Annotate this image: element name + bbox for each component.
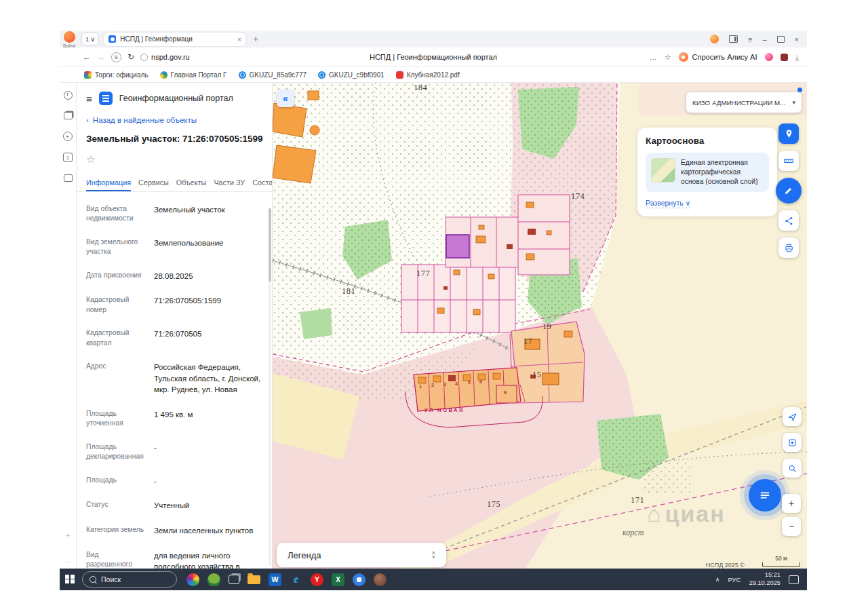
- zoom-search-button[interactable]: [783, 459, 802, 478]
- language-indicator[interactable]: РУС: [728, 576, 741, 583]
- site-favicon-icon: [108, 35, 116, 43]
- field-row: Дата присвоения28.08.2025: [86, 264, 261, 289]
- measure-tool-button[interactable]: [778, 151, 799, 171]
- parcel-block-174[interactable]: [518, 195, 570, 275]
- scrollbar-thumb[interactable]: [269, 208, 271, 282]
- bookmark-item[interactable]: Клубная2012.pdf: [396, 71, 460, 79]
- internet-explorer-icon[interactable]: e: [290, 573, 302, 586]
- plus-profile-icon[interactable]: [765, 53, 773, 61]
- bookmark-favicon-icon: [84, 71, 92, 79]
- protect-badge-icon[interactable]: S: [111, 52, 121, 62]
- bookmark-icon[interactable]: ☆: [665, 53, 671, 62]
- tab-group-badge[interactable]: 1: [63, 153, 73, 162]
- browser-tab-bar: Войти 1 ∨ НСПД | Геоинформаци × + ≡ – ×: [60, 31, 807, 47]
- bookmark-item[interactable]: Главная Портал Г: [160, 71, 227, 79]
- close-window-button[interactable]: ×: [795, 35, 799, 43]
- map-nav-toolbar: [783, 407, 802, 478]
- quarter-label: 177: [416, 269, 430, 279]
- bookmark-item[interactable]: GKUZU_85a9c777: [239, 71, 307, 79]
- url-text: nspd.gov.ru: [151, 53, 190, 61]
- panel-scrollbar[interactable]: [269, 208, 271, 566]
- print-button[interactable]: [778, 237, 799, 258]
- tree-app-icon[interactable]: [208, 573, 220, 586]
- parcel-number: 6: [479, 379, 482, 384]
- yandex-browser-icon[interactable]: Y: [311, 573, 323, 586]
- tab-parts[interactable]: Части ЗУ: [214, 178, 245, 191]
- quarter-label: 17: [524, 337, 533, 347]
- extension-icon[interactable]: [781, 54, 788, 61]
- history-icon[interactable]: [64, 91, 73, 100]
- close-tab-icon[interactable]: ×: [237, 35, 241, 43]
- windows-taskbar: Поиск W e Y X ∧ РУС 15:21 29.10.2025: [60, 569, 807, 590]
- field-row: Площадь уточненная1 495 кв. м: [86, 402, 261, 436]
- alice-button[interactable]: Спросить Алису AI: [679, 52, 757, 62]
- site-info-icon[interactable]: [140, 54, 148, 61]
- taskbar-search[interactable]: Поиск: [82, 571, 177, 588]
- identify-tool-button[interactable]: [778, 123, 799, 144]
- collections-icon[interactable]: [64, 111, 73, 120]
- more-actions-button[interactable]: …: [650, 53, 657, 61]
- sidebar-more-button[interactable]: …: [64, 556, 73, 564]
- url-field[interactable]: nspd.gov.ru: [140, 53, 190, 61]
- tab-composition[interactable]: Соста: [252, 178, 272, 191]
- back-button[interactable]: ←: [83, 52, 91, 62]
- expand-link[interactable]: Развернуть ∨: [646, 199, 690, 208]
- legend-toggle-icon[interactable]: ∧∨: [432, 551, 436, 559]
- excel-icon[interactable]: X: [332, 573, 344, 586]
- zoom-in-button[interactable]: +: [782, 494, 801, 513]
- map-view[interactable]: 184 174 177 181 19 17 15 175 171 УЛ НОВА…: [273, 83, 807, 569]
- browser-menu-button[interactable]: ≡: [748, 35, 752, 43]
- selected-parcel[interactable]: [446, 235, 469, 258]
- tray-expand-icon[interactable]: ∧: [715, 576, 720, 583]
- video-icon[interactable]: ▸: [63, 132, 73, 141]
- menu-icon[interactable]: ≡: [86, 93, 92, 104]
- minimize-button[interactable]: –: [762, 35, 766, 43]
- favorite-star-button[interactable]: ☆: [86, 153, 98, 166]
- basemap-card[interactable]: Единая электронная картографическая осно…: [646, 153, 769, 192]
- tab-count: 1: [85, 35, 89, 43]
- browser-tab[interactable]: НСПД | Геоинформаци ×: [104, 33, 246, 46]
- share-button[interactable]: [778, 210, 799, 231]
- tab-title: НСПД | Геоинформаци: [120, 35, 233, 43]
- tab-counter-button[interactable]: 1 ∨: [81, 33, 99, 45]
- back-to-results-link[interactable]: ‹ Назад в найденные объекты: [77, 112, 272, 128]
- gimp-icon[interactable]: [374, 573, 387, 586]
- field-row: Вид разрешенного использованиядля ведени…: [86, 543, 261, 569]
- tab-objects[interactable]: Объекты: [176, 178, 207, 191]
- tab-information[interactable]: Информация: [86, 178, 131, 191]
- cast-icon[interactable]: [64, 174, 73, 183]
- chevron-down-icon: ∨: [90, 35, 95, 43]
- tab-services[interactable]: Сервисы: [138, 178, 169, 191]
- extent-button[interactable]: [783, 433, 802, 452]
- collapse-panel-button[interactable]: «: [277, 90, 294, 107]
- zoom-out-button[interactable]: −: [782, 517, 801, 536]
- field-row: Площадь декларированная-: [86, 436, 261, 469]
- draw-tool-button[interactable]: [776, 178, 802, 204]
- taskbar-clock[interactable]: 15:21 29.10.2025: [749, 571, 781, 587]
- assistant-fab-button[interactable]: [749, 479, 781, 512]
- browser-app-icon[interactable]: [353, 573, 366, 586]
- downloads-icon[interactable]: ↓: [795, 54, 800, 60]
- file-explorer-icon[interactable]: [248, 575, 260, 584]
- portal-title: Геоинформационный портал: [119, 94, 233, 103]
- account-avatar-icon[interactable]: [710, 35, 719, 43]
- bookmark-item[interactable]: Торги: официаль: [84, 71, 149, 79]
- refresh-button[interactable]: ↻: [127, 52, 134, 62]
- add-panel-button[interactable]: +: [64, 531, 73, 540]
- task-view-icon[interactable]: [229, 575, 239, 584]
- parcel-block-19[interactable]: [511, 322, 585, 403]
- start-button[interactable]: [65, 575, 75, 585]
- geolocation-button[interactable]: [783, 407, 802, 426]
- word-icon[interactable]: W: [269, 573, 281, 586]
- notification-center-icon[interactable]: [789, 575, 799, 584]
- bookmark-item[interactable]: GKUZU_c9bf0901: [318, 71, 384, 79]
- side-panel-icon[interactable]: [729, 35, 738, 43]
- maximize-button[interactable]: [777, 36, 785, 43]
- parcel-number: 2: [431, 383, 434, 387]
- layer-select-dropdown[interactable]: КИЗО АДМИНИСТРАЦИИ М... ▾: [686, 92, 802, 113]
- profile-button[interactable]: Войти: [60, 31, 79, 49]
- new-tab-button[interactable]: +: [251, 34, 260, 44]
- forward-button[interactable]: →: [97, 52, 105, 62]
- legend-bar[interactable]: Легенда ∧∨: [277, 543, 446, 567]
- emblem-app-icon[interactable]: [186, 573, 199, 586]
